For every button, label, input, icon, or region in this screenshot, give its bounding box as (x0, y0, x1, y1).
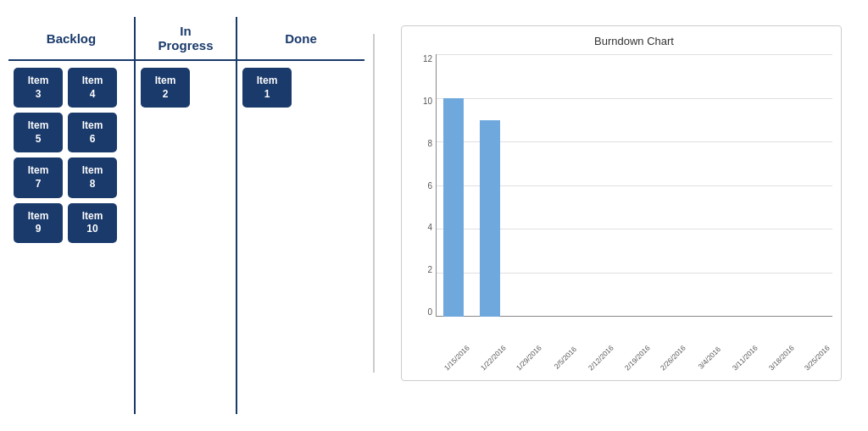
x-label: 1/22/2016 (477, 342, 509, 373)
kanban-body: Item3 Item4 Item5 Item6 Item7 Item8 Item… (8, 61, 364, 414)
x-label: 1/29/2016 (513, 342, 544, 373)
item-9[interactable]: Item9 (14, 203, 63, 243)
bar-1-15-2016[interactable] (443, 98, 464, 317)
item-4[interactable]: Item4 (68, 68, 117, 108)
y-label: 6 (409, 181, 432, 191)
x-label: 3/25/2016 (802, 342, 833, 373)
x-label: 3/4/2016 (693, 342, 725, 373)
bar-group (472, 120, 509, 318)
done-header: Done (237, 17, 364, 59)
item-7[interactable]: Item7 (14, 157, 63, 197)
item-1[interactable]: Item1 (242, 68, 292, 108)
item-5[interactable]: Item5 (14, 113, 63, 152)
chart-inner: 024681012 1/15/20161/22/20161/29/20162/5… (436, 54, 832, 317)
item-2[interactable]: Item2 (141, 68, 190, 108)
main-container: Backlog InProgress Done Item3 Item4 Item… (0, 0, 868, 431)
bars-area (436, 54, 832, 317)
y-label: 2 (409, 265, 432, 274)
chart-title: Burndown Chart (436, 35, 832, 47)
y-label: 0 (409, 307, 432, 317)
kanban-header: Backlog InProgress Done (8, 17, 364, 61)
item-6[interactable]: Item6 (68, 113, 117, 152)
x-label: 2/12/2016 (585, 342, 616, 373)
backlog-column: Item3 Item4 Item5 Item6 Item7 Item8 Item… (8, 61, 136, 414)
x-label: 2/19/2016 (621, 342, 653, 373)
bar-1-22-2016[interactable] (480, 120, 500, 318)
chart-box: Burndown Chart 024681012 1/15/20161/22/2… (401, 25, 842, 381)
y-label: 12 (409, 54, 432, 64)
x-label: 3/11/2016 (730, 342, 761, 373)
y-label: 8 (409, 139, 432, 148)
x-label: 2/5/2016 (549, 342, 581, 373)
y-label: 10 (409, 97, 432, 106)
kanban-board: Backlog InProgress Done Item3 Item4 Item… (8, 17, 364, 414)
done-column: Item1 (237, 61, 364, 414)
backlog-header: Backlog (8, 17, 136, 59)
x-label: 1/15/2016 (441, 342, 472, 373)
inprogress-column: Item2 (136, 61, 237, 414)
x-label: 2/26/2016 (658, 342, 689, 373)
x-label: 3/18/2016 (765, 342, 797, 373)
item-8[interactable]: Item8 (68, 157, 117, 197)
item-3[interactable]: Item3 (14, 68, 63, 108)
chart-container: Burndown Chart 024681012 1/15/20161/22/2… (383, 17, 860, 414)
item-10[interactable]: Item10 (68, 203, 117, 243)
bar-group (436, 98, 472, 317)
inprogress-header: InProgress (136, 17, 237, 59)
x-axis: 1/15/20161/22/20161/29/20162/5/20162/12/… (436, 351, 832, 363)
y-label: 4 (409, 223, 432, 232)
vertical-divider (373, 34, 375, 373)
y-axis: 024681012 (409, 54, 432, 317)
